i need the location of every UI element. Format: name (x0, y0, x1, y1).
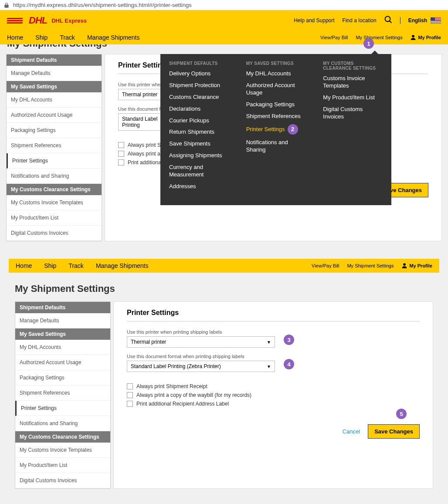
language-selector[interactable]: English (408, 17, 441, 24)
sidebar-item-notifications[interactable]: Notifications and Sharing (7, 169, 102, 184)
sidebar-item-digital-invoices-2[interactable]: Digital Customs Invoices (15, 473, 110, 488)
sidebar-header-shipment-defaults: Shipment Defaults (7, 54, 102, 66)
find-location-link[interactable]: Find a location (343, 17, 377, 24)
nav-home[interactable]: Home (7, 34, 23, 41)
nav-my-shipment-settings[interactable]: My Shipment Settings (356, 35, 402, 40)
sidebar-item-manage-defaults[interactable]: Manage Defaults (7, 66, 102, 81)
checkbox-address[interactable] (118, 159, 124, 166)
sidebar-item-shipment-refs[interactable]: Shipment References (7, 138, 102, 153)
printer-select-value-2: Thermal printer (131, 339, 166, 345)
dd-delivery-options[interactable]: Delivery Options (169, 70, 229, 78)
dd-addresses[interactable]: Addresses (169, 183, 229, 190)
dhl-express-label: DHL Express (51, 17, 87, 24)
sidebar-item-customs-templates-2[interactable]: My Customs Invoice Templates (15, 443, 110, 458)
page-title-partial: My Shipment Settings (0, 44, 448, 51)
nav-manage[interactable]: Manage Shipments (87, 34, 140, 41)
dd-header-shipment-defaults: SHIPMENT DEFAULTS (169, 61, 229, 66)
printer-select-2[interactable]: Thermal printer ▼ (127, 336, 275, 348)
sidebar-item-dhl-accounts-2[interactable]: My DHL Accounts (15, 340, 110, 355)
my-profile-label-2: My Profile (409, 263, 432, 268)
sidebar-item-authorized-usage[interactable]: Authorized Account Usage (7, 108, 102, 123)
nav-manage-2[interactable]: Manage Shipments (96, 262, 149, 269)
sidebar-item-packaging[interactable]: Packaging Settings (7, 123, 102, 138)
checkbox-address-label-2: Print additional Recipient Address Label (136, 401, 229, 407)
dd-header-customs: MY CUSTOMS CLEARANCE SETTINGS (323, 61, 383, 71)
dhl-logo: DHL (29, 15, 47, 26)
dd-digital-invoices[interactable]: Digital Customs Invoices (323, 106, 383, 121)
action-row-2: 5 Cancel Save Changes (127, 424, 420, 439)
chevron-down-icon: ▼ (267, 340, 271, 345)
profile-icon (410, 34, 416, 41)
sidebar-item-digital-invoices[interactable]: Digital Customs Invoices (7, 226, 102, 241)
nav-view-pay-bill[interactable]: View/Pay Bill (320, 35, 348, 40)
settings-sidebar-2: Shipment Defaults Manage Defaults My Sav… (15, 301, 111, 489)
lock-icon (3, 2, 10, 8)
dd-courier-pickups[interactable]: Courier Pickups (169, 117, 229, 125)
dd-printer-settings[interactable]: Printer Settings 2 (246, 124, 306, 135)
cancel-link-2[interactable]: Cancel (343, 428, 360, 435)
nav-ship-2[interactable]: Ship (44, 262, 56, 269)
sidebar-item-shipment-refs-2[interactable]: Shipment References (15, 386, 110, 401)
dd-save-shipments[interactable]: Save Shipments (169, 140, 229, 148)
sidebar-item-dhl-accounts[interactable]: My DHL Accounts (7, 92, 102, 108)
dd-customs-clearance[interactable]: Customs Clearance (169, 94, 229, 101)
nav-ship[interactable]: Ship (35, 34, 48, 41)
sidebar-item-printer-settings-2[interactable]: Printer Settings (15, 401, 110, 416)
checkbox-waybill[interactable] (118, 151, 124, 157)
help-support-link[interactable]: Help and Support (294, 17, 334, 24)
format-select-value: Standard Label Printing (122, 116, 166, 128)
settings-sidebar: Shipment Defaults Manage Defaults My Sav… (6, 54, 102, 241)
dd-currency-measurement[interactable]: Currency and Measurement (169, 164, 229, 179)
format-select-2[interactable]: Standard Label Printing (Zebra Printer) … (127, 361, 275, 372)
nav-view-pay-bill-2[interactable]: View/Pay Bill (312, 263, 339, 268)
profile-icon-2 (401, 263, 407, 269)
checkbox-address-2[interactable] (127, 401, 133, 407)
dd-shipment-protection[interactable]: Shipment Protection (169, 82, 229, 89)
global-header: DHL DHL Express Help and Support Find a … (0, 10, 448, 30)
checkbox-waybill-2[interactable] (127, 392, 133, 398)
dd-dhl-accounts[interactable]: My DHL Accounts (246, 70, 306, 78)
nav-track-2[interactable]: Track (68, 262, 83, 269)
main-nav-2: Home Ship Track Manage Shipments View/Pa… (9, 259, 439, 273)
chevron-down-icon-2: ▼ (267, 364, 271, 369)
dd-header-saved-settings: MY SAVED SETTINGS (246, 61, 306, 66)
dd-notifications[interactable]: Notifications and Sharing (246, 139, 306, 154)
sidebar-item-product-list[interactable]: My Product/Item List (7, 210, 102, 226)
save-button-2[interactable]: Save Changes (368, 424, 420, 439)
nav-home-2[interactable]: Home (16, 262, 32, 269)
sidebar-item-product-list-2[interactable]: My Product/Item List (15, 458, 110, 473)
page-title: My Shipment Settings (0, 273, 448, 301)
dd-declarations[interactable]: Declarations (169, 105, 229, 113)
logo-area[interactable]: DHL DHL Express (7, 15, 87, 26)
sidebar-item-printer-settings[interactable]: Printer Settings (7, 153, 102, 169)
sidebar-header-customs-2: My Customs Clearance Settings (15, 431, 110, 443)
printer-label-2: Use this printer when printing shipping … (127, 329, 420, 335)
sidebar-item-customs-templates[interactable]: My Customs Invoice Templates (7, 195, 102, 210)
dd-product-list[interactable]: My Product/Item List (323, 94, 383, 101)
dd-packaging[interactable]: Packaging Settings (246, 101, 306, 108)
header-right: Help and Support Find a location English (294, 16, 441, 25)
dd-customs-templates[interactable]: Customs Invoice Templates (323, 75, 383, 90)
checkbox-receipt-2[interactable] (127, 383, 133, 389)
sidebar-item-manage-defaults-2[interactable]: Manage Defaults (15, 313, 110, 328)
dd-return-shipments[interactable]: Return Shipments (169, 129, 229, 136)
callout-badge-1: 1 (363, 38, 374, 49)
nav-my-profile[interactable]: My Profile (410, 34, 441, 41)
url-text[interactable]: https://mydhl.express.dhl/us/en/shipment… (13, 2, 192, 8)
sidebar-item-notifications-2[interactable]: Notifications and Sharing (15, 416, 110, 431)
checkbox-receipt[interactable] (118, 142, 124, 148)
nav-my-profile-2[interactable]: My Profile (401, 263, 432, 269)
dhl-stripes-icon (7, 18, 23, 24)
nav-my-shipment-settings-2[interactable]: My Shipment Settings (347, 263, 394, 268)
sidebar-header-saved-settings: My Saved Settings (7, 81, 102, 92)
dd-assigning-shipments[interactable]: Assigning Shipments (169, 152, 229, 159)
nav-track[interactable]: Track (60, 34, 75, 41)
search-icon[interactable] (384, 16, 392, 25)
dd-authorized-usage[interactable]: Authorized Account Usage (246, 82, 306, 97)
my-shipment-settings-dropdown: SHIPMENT DEFAULTS Delivery Options Shipm… (160, 54, 391, 205)
sidebar-item-authorized-usage-2[interactable]: Authorized Account Usage (15, 355, 110, 370)
sidebar-header-saved-settings-2: My Saved Settings (15, 328, 110, 340)
sidebar-item-packaging-2[interactable]: Packaging Settings (15, 370, 110, 386)
dd-shipment-refs[interactable]: Shipment References (246, 113, 306, 120)
sidebar-header-shipment-defaults-2: Shipment Defaults (15, 302, 110, 313)
